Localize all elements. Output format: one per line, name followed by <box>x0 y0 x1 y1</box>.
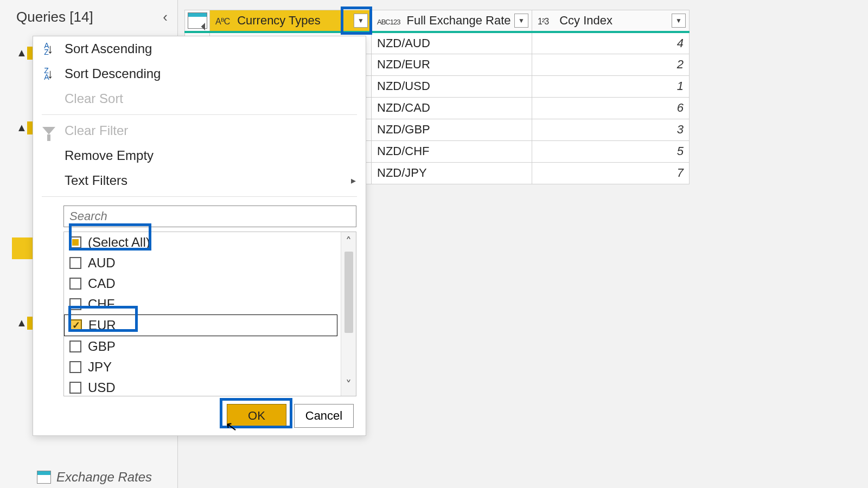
menu-label: Text Filters <box>65 173 127 188</box>
filter-value-item[interactable]: CHF <box>64 294 341 314</box>
filter-value-label: (Select All) <box>88 235 150 250</box>
filter-value-label: CHF <box>88 297 114 312</box>
sort-descending[interactable]: ZA↓ Sort Descending <box>33 61 366 86</box>
table-corner[interactable] <box>185 10 210 33</box>
cell-full-exchange-rate[interactable]: NZD/GBP <box>372 119 532 140</box>
tree-expand-icon[interactable]: ▲ <box>16 47 27 59</box>
checkbox[interactable] <box>69 257 81 269</box>
filter-value-item[interactable]: JPY <box>64 357 341 377</box>
table-icon <box>188 12 207 29</box>
filter-value-label: JPY <box>88 359 112 375</box>
filter-value-item[interactable]: EUR <box>64 314 337 336</box>
column-filter-popup: AZ↓ Sort Ascending ZA↓ Sort Descending C… <box>33 36 366 436</box>
selected-query-marker <box>12 237 34 259</box>
cell-ccy-index[interactable]: 4 <box>532 32 690 54</box>
clear-sort: Clear Sort <box>33 86 366 111</box>
column-name: Currency Types <box>237 14 321 27</box>
filter-value-item[interactable]: CAD <box>64 273 341 294</box>
column-header-ccy-index[interactable]: 1²3 Ccy Index ▼ <box>532 10 690 33</box>
menu-label: Clear Sort <box>65 91 123 106</box>
cell-ccy-index[interactable]: 1 <box>532 75 690 97</box>
menu-label: Sort Ascending <box>65 41 152 56</box>
column-header-full-exchange-rate[interactable]: ABC123 Full Exchange Rate ▼ <box>372 10 532 33</box>
cell-ccy-index[interactable]: 7 <box>532 162 690 184</box>
sort-asc-icon: AZ↓ <box>41 41 57 57</box>
cell-ccy-index[interactable]: 5 <box>532 140 690 162</box>
column-name: Ccy Index <box>559 14 612 27</box>
filter-value-item[interactable]: (Select All) <box>64 232 341 253</box>
sort-desc-icon: ZA↓ <box>41 66 57 82</box>
type-number-icon: 1²3 <box>538 17 553 27</box>
column-name: Full Exchange Rate <box>407 14 511 27</box>
checkbox[interactable] <box>69 298 81 310</box>
remove-empty[interactable]: Remove Empty <box>33 143 366 168</box>
menu-label: Clear Filter <box>65 123 128 138</box>
menu-separator <box>42 114 357 115</box>
menu-label: Remove Empty <box>65 148 154 163</box>
scroll-down-icon[interactable]: ˅ <box>346 378 352 393</box>
column-filter-dropdown[interactable]: ▼ <box>514 14 528 28</box>
cell-full-exchange-rate[interactable]: NZD/CAD <box>372 97 532 119</box>
checkbox[interactable] <box>69 361 81 373</box>
column-filter-dropdown[interactable]: ▼ <box>672 14 686 28</box>
filter-search-input[interactable] <box>63 206 356 227</box>
cancel-button[interactable]: Cancel <box>294 404 354 428</box>
scroll-up-icon[interactable]: ˄ <box>346 235 352 249</box>
filter-value-item[interactable]: GBP <box>64 336 341 357</box>
checkbox[interactable] <box>69 236 81 248</box>
cell-full-exchange-rate[interactable]: NZD/EUR <box>372 54 532 75</box>
query-item-exchange-rates[interactable]: Exchange Rates <box>37 470 152 485</box>
filter-value-label: EUR <box>88 318 116 333</box>
collapse-panel-icon[interactable]: ‹ <box>163 9 168 25</box>
cell-full-exchange-rate[interactable]: NZD/JPY <box>372 162 532 184</box>
checkbox[interactable] <box>70 319 82 331</box>
filter-value-label: CAD <box>88 276 116 291</box>
mouse-cursor-icon: ↖ <box>225 418 239 436</box>
filter-icon <box>41 123 57 139</box>
filter-value-label: GBP <box>88 339 116 354</box>
clear-filter: Clear Filter <box>33 118 366 143</box>
filter-value-item[interactable]: USD <box>64 377 341 396</box>
filter-value-label: USD <box>88 380 116 395</box>
filter-value-item[interactable]: AUD <box>64 253 341 273</box>
checkbox[interactable] <box>69 278 81 290</box>
type-text-icon: AᴮC <box>215 16 231 27</box>
cell-full-exchange-rate[interactable]: NZD/CHF <box>372 140 532 162</box>
checkbox[interactable] <box>69 341 81 352</box>
cell-ccy-index[interactable]: 3 <box>532 119 690 140</box>
filter-values-box: (Select All)AUDCADCHFEURGBPJPYUSD ˄ ˅ <box>63 232 356 396</box>
tree-expand-icon[interactable]: ▲ <box>16 121 27 134</box>
values-scrollbar[interactable]: ˄ ˅ <box>341 232 356 396</box>
tree-expand-icon[interactable]: ▲ <box>16 317 27 329</box>
sort-ascending[interactable]: AZ↓ Sort Ascending <box>33 36 366 61</box>
checkbox[interactable] <box>69 382 81 394</box>
submenu-arrow-icon: ▸ <box>351 175 356 187</box>
table-icon <box>37 471 51 484</box>
cell-full-exchange-rate[interactable]: NZD/USD <box>372 75 532 97</box>
cell-full-exchange-rate[interactable]: NZD/AUD <box>372 32 532 54</box>
filter-value-label: AUD <box>88 255 116 271</box>
query-item-label: Exchange Rates <box>56 470 152 485</box>
menu-separator <box>42 196 357 197</box>
menu-label: Sort Descending <box>65 66 161 81</box>
column-filter-dropdown[interactable]: ▼ <box>354 14 368 28</box>
queries-title: Queries [14] <box>16 9 93 25</box>
cell-ccy-index[interactable]: 6 <box>532 97 690 119</box>
text-filters[interactable]: Text Filters ▸ <box>33 168 366 193</box>
column-header-currency-types[interactable]: AᴮC Currency Types ▼ <box>210 10 372 33</box>
cell-ccy-index[interactable]: 2 <box>532 54 690 75</box>
scroll-thumb[interactable] <box>344 252 353 333</box>
type-any-icon: ABC123 <box>377 18 400 26</box>
